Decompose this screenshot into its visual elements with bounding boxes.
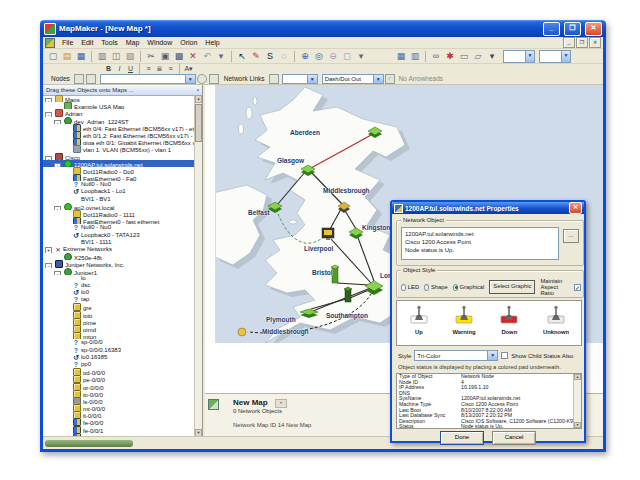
map-node-middlesbrough[interactable] bbox=[238, 328, 246, 336]
panel-pin-icon[interactable]: ▪ bbox=[197, 85, 199, 95]
menu-edit[interactable]: Edit bbox=[77, 39, 97, 46]
scroll-up-icon[interactable]: ▲ bbox=[574, 374, 581, 380]
grid-snap-icon[interactable]: ▥ bbox=[408, 50, 422, 63]
tree-item[interactable]: BVI1 - BV1 bbox=[43, 196, 194, 203]
node-color-icon[interactable] bbox=[197, 74, 207, 84]
style-combo[interactable]: Tri-Color ▼ bbox=[414, 350, 498, 361]
show-child-status-checkbox[interactable] bbox=[501, 352, 508, 359]
undo-dropdown-icon[interactable]: ▾ bbox=[214, 50, 228, 63]
more-button[interactable]: ... bbox=[563, 229, 579, 243]
grid-view-icon[interactable]: ▦ bbox=[394, 50, 408, 63]
pointer-tool-icon[interactable]: ↖ bbox=[235, 50, 249, 63]
arrowhead-icon[interactable]: ∕ bbox=[385, 74, 395, 84]
chevron-down-icon[interactable]: ▼ bbox=[373, 75, 383, 83]
menu-window[interactable]: Window bbox=[143, 39, 176, 46]
format-a-icon[interactable]: A▾ bbox=[183, 65, 194, 73]
tree-item[interactable]: mt-0/0/0 bbox=[43, 404, 194, 411]
tree-item[interactable]: -ap2.ovnet.local bbox=[43, 203, 194, 210]
format-i-icon[interactable]: I bbox=[114, 65, 125, 72]
collapse-icon[interactable]: - bbox=[54, 206, 61, 210]
dash-dot-combo[interactable]: Dash/Dot Out▼ bbox=[322, 74, 384, 84]
menu-help[interactable]: Help bbox=[201, 39, 223, 46]
tree-item[interactable]: lo bbox=[43, 275, 194, 282]
tree-item[interactable]: giga eth 0/1: Gigabit Ethernet (BCM56xx … bbox=[43, 138, 194, 145]
chevron-down-icon[interactable]: ▼ bbox=[307, 75, 317, 83]
tree-item[interactable]: ?tap bbox=[43, 296, 194, 303]
tree-item[interactable]: gr-0/0/0 bbox=[43, 383, 194, 390]
status-option-down[interactable]: Down bbox=[499, 304, 519, 335]
cut-icon[interactable]: ✂ bbox=[144, 50, 158, 63]
menu-map[interactable]: Map bbox=[122, 39, 144, 46]
map-node-liverpool[interactable] bbox=[322, 228, 334, 240]
print-preview-icon[interactable]: ◫ bbox=[109, 50, 123, 63]
tree-item[interactable]: ipip bbox=[43, 311, 194, 318]
paste-icon[interactable]: ▩ bbox=[172, 50, 186, 63]
export-icon[interactable]: ▧ bbox=[123, 50, 137, 63]
radio-graphical[interactable] bbox=[453, 284, 458, 291]
node-fill-icon[interactable] bbox=[209, 74, 219, 84]
tree-item[interactable]: Dot11Radio0 - Do0 bbox=[43, 167, 194, 174]
tree-item[interactable]: eth 0/4: Fast Ethernet (BCM56xx v17) - e… bbox=[43, 124, 194, 131]
tree-item[interactable]: BVI1 - 1111 bbox=[43, 239, 194, 246]
collapse-icon[interactable]: - bbox=[45, 112, 52, 116]
expand-icon[interactable]: + bbox=[45, 247, 52, 253]
tree-item[interactable]: -Juniper1 bbox=[43, 268, 194, 275]
stamp-shape-icon[interactable]: ✱ bbox=[443, 50, 457, 63]
zoom-icon[interactable]: ◎ bbox=[312, 50, 326, 63]
format--icon[interactable]: ≡ bbox=[165, 65, 176, 72]
radio-led[interactable] bbox=[401, 284, 406, 291]
tree-item[interactable]: ip-0/0/0 bbox=[43, 390, 194, 397]
format-b-icon[interactable]: B bbox=[103, 65, 114, 72]
link-style-icon[interactable] bbox=[269, 74, 279, 84]
tree-item[interactable]: eth 0/1.2: Fast Ethernet (BCM56xx v17) -… bbox=[43, 131, 194, 138]
tree-item[interactable]: vlan 1: VLAN (BCM56xx) - vlan 1 bbox=[43, 145, 194, 152]
radio-shape[interactable] bbox=[424, 284, 429, 291]
tree-item[interactable]: -Maps bbox=[43, 95, 194, 102]
tree-item[interactable]: lt-0/0/0 bbox=[43, 411, 194, 418]
tree-item[interactable]: ls-0/0/0 bbox=[43, 397, 194, 404]
tree-item[interactable]: -dev_Adrian_1224ST bbox=[43, 117, 194, 124]
collapse-icon[interactable]: - bbox=[54, 163, 61, 167]
collapse-icon[interactable]: - bbox=[45, 156, 52, 160]
chevron-down-icon[interactable]: ▼ bbox=[487, 351, 497, 360]
tree-item[interactable]: ?Null0 - Nu0 bbox=[43, 181, 194, 188]
node-style-combo[interactable]: ▼ bbox=[100, 74, 196, 84]
restore-button[interactable]: ❐ bbox=[564, 22, 581, 36]
status-option-warning[interactable]: Warning bbox=[453, 304, 476, 335]
zoom-fit-icon[interactable]: ◻ bbox=[340, 50, 354, 63]
scroll-up-icon[interactable]: ▲ bbox=[195, 95, 202, 103]
tree-item[interactable]: -1200AP.tul.solarwinds.net bbox=[43, 160, 194, 167]
child-close-button[interactable]: ✕ bbox=[589, 37, 601, 48]
delete-icon[interactable]: ✕ bbox=[186, 50, 200, 63]
tree-scrollbar[interactable]: ▲ ▼ bbox=[194, 95, 202, 437]
node-style-icon[interactable] bbox=[74, 74, 84, 84]
link-shape-icon[interactable]: ∞ bbox=[429, 50, 443, 63]
toolbar-combo-1[interactable]: ▼ bbox=[503, 50, 535, 63]
tree-item[interactable]: fe-0/0/1 bbox=[43, 426, 194, 433]
tree-item[interactable]: pimd bbox=[43, 325, 194, 332]
shapes-dropdown-icon[interactable]: ▾ bbox=[485, 50, 499, 63]
minimize-button[interactable]: _ bbox=[543, 22, 560, 36]
tree-item[interactable]: ↺lo0.16385 bbox=[43, 354, 194, 361]
tree-item[interactable]: ?sp-0/0/0 bbox=[43, 339, 194, 346]
tree-item[interactable]: pd-0/0/0 bbox=[43, 368, 194, 375]
open-map-icon[interactable]: ▤ bbox=[60, 50, 74, 63]
done-button[interactable]: Done bbox=[440, 431, 484, 445]
scroll-thumb[interactable] bbox=[195, 104, 202, 142]
tree-item[interactable]: -Adrian bbox=[43, 109, 194, 116]
child-restore-button[interactable]: ❐ bbox=[576, 37, 588, 48]
menu-file[interactable]: File bbox=[58, 39, 77, 46]
tree-item[interactable]: pe-0/0/0 bbox=[43, 375, 194, 382]
child-minimize-button[interactable]: _ bbox=[563, 37, 575, 48]
copy-icon[interactable]: ▣ bbox=[158, 50, 172, 63]
dialog-title-bar[interactable]: 1200AP.tul.solarwinds.net Properties ✕ bbox=[392, 202, 584, 214]
tree-item[interactable]: Example USA Map bbox=[43, 102, 194, 109]
link-style-combo[interactable]: ▼ bbox=[282, 74, 318, 84]
new-map-icon[interactable]: ▢ bbox=[46, 50, 60, 63]
status-option-unknown[interactable]: Unknown bbox=[543, 304, 569, 335]
tree-item[interactable]: ?sp-0/0/0.16383 bbox=[43, 347, 194, 354]
tree-item[interactable]: +✕Extreme Networks bbox=[43, 246, 194, 253]
collapse-icon[interactable]: - bbox=[54, 120, 61, 124]
format--icon[interactable]: ≣ bbox=[154, 65, 165, 73]
tree-item[interactable]: gre bbox=[43, 303, 194, 310]
